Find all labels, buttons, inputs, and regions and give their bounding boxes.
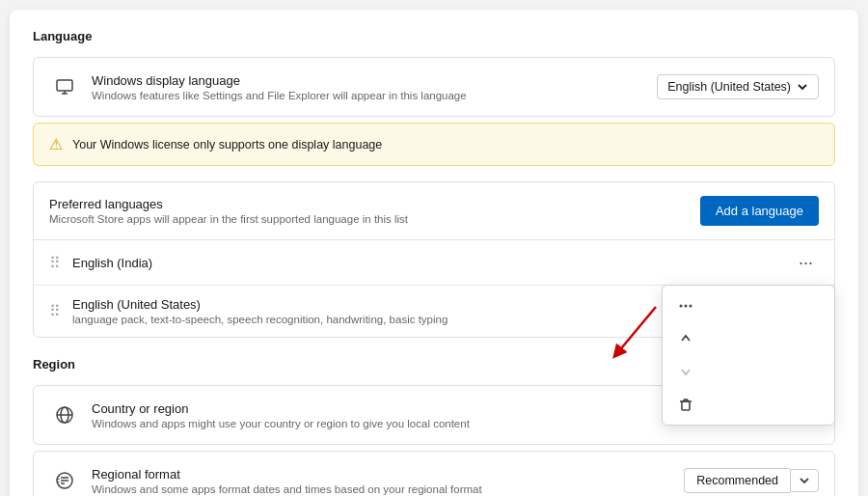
display-language-desc: Windows features like Settings and File … bbox=[92, 90, 657, 101]
warning-banner: ⚠ Your Windows license only supports one… bbox=[33, 123, 835, 166]
settings-container: Language Windows display language Window… bbox=[10, 10, 858, 496]
lang-item-india: ⠿ English (India) ··· bbox=[34, 240, 834, 285]
display-language-card: Windows display language Windows feature… bbox=[33, 57, 835, 117]
dots-icon bbox=[678, 298, 693, 314]
regional-format-label: Regional format bbox=[92, 467, 684, 482]
context-menu bbox=[662, 285, 835, 426]
svg-rect-0 bbox=[57, 80, 72, 91]
ctx-remove[interactable] bbox=[663, 388, 834, 421]
display-language-dropdown[interactable]: English (United States) bbox=[657, 74, 819, 99]
svg-point-11 bbox=[680, 305, 683, 308]
drag-handle-us[interactable]: ⠿ bbox=[49, 302, 63, 320]
ctx-language-options[interactable] bbox=[663, 289, 834, 322]
language-section-title: Language bbox=[33, 29, 835, 43]
globe-icon bbox=[49, 400, 80, 430]
add-language-button[interactable]: Add a language bbox=[700, 196, 819, 226]
regional-format-desc: Windows and some apps format dates and t… bbox=[92, 483, 684, 495]
arrow-down-icon bbox=[678, 364, 693, 379]
ctx-move-up[interactable] bbox=[663, 322, 834, 355]
trash-icon bbox=[678, 397, 693, 412]
svg-rect-14 bbox=[682, 401, 690, 410]
ctx-move-down bbox=[663, 355, 834, 388]
svg-point-12 bbox=[685, 305, 688, 308]
arrow-up-icon bbox=[678, 331, 693, 346]
recommended-left-btn[interactable]: Recommended bbox=[684, 468, 790, 493]
svg-point-13 bbox=[690, 305, 692, 308]
preferred-label: Preferred languages bbox=[49, 197, 408, 211]
drag-handle-india[interactable]: ⠿ bbox=[49, 254, 63, 272]
preferred-desc: Microsoft Store apps will appear in the … bbox=[49, 213, 408, 225]
monitor-icon bbox=[49, 71, 80, 102]
warning-text: Your Windows license only supports one d… bbox=[72, 138, 382, 152]
more-options-india[interactable]: ··· bbox=[793, 252, 819, 273]
recommended-right-btn[interactable] bbox=[790, 469, 819, 492]
display-language-label: Windows display language bbox=[92, 73, 657, 88]
regional-format-icon bbox=[49, 465, 80, 496]
warning-icon: ⚠ bbox=[49, 135, 63, 153]
regional-format-card: Regional format Windows and some apps fo… bbox=[33, 451, 835, 496]
recommended-dropdown-group: Recommended bbox=[684, 468, 819, 493]
lang-india-label: English (India) bbox=[72, 256, 793, 270]
